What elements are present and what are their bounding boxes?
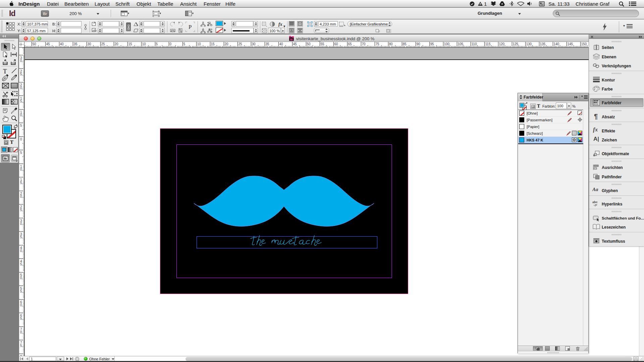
svg-text:80: 80 <box>389 42 393 46</box>
svg-text:0: 0 <box>20 222 22 226</box>
svg-text:75: 75 <box>376 42 380 46</box>
svg-text:145: 145 <box>568 42 573 46</box>
svg-text:0: 0 <box>20 195 22 198</box>
svg-text:55: 55 <box>321 42 325 46</box>
svg-text:25: 25 <box>101 42 105 46</box>
svg-text:110: 110 <box>472 42 477 46</box>
svg-text:0: 0 <box>20 249 22 253</box>
svg-text:20: 20 <box>225 42 229 46</box>
svg-text:95: 95 <box>430 42 434 46</box>
svg-text:15: 15 <box>211 42 215 46</box>
svg-text:0: 0 <box>20 137 22 141</box>
svg-text:5: 5 <box>20 124 22 127</box>
svg-text:0: 0 <box>20 113 22 117</box>
svg-text:50: 50 <box>307 42 311 46</box>
svg-text:140: 140 <box>554 42 559 46</box>
svg-text:5: 5 <box>20 290 22 293</box>
svg-text:10: 10 <box>197 42 201 46</box>
svg-text:60: 60 <box>334 42 338 46</box>
svg-text:135: 135 <box>540 42 546 46</box>
svg-text:90: 90 <box>417 42 421 46</box>
svg-text:10: 10 <box>142 42 146 46</box>
svg-text:105: 105 <box>458 42 464 46</box>
svg-text:5: 5 <box>20 100 22 103</box>
svg-text:0: 0 <box>20 168 22 171</box>
svg-text:0: 0 <box>20 276 22 280</box>
svg-text:5: 5 <box>20 181 22 185</box>
svg-text:abc: abc <box>592 200 598 204</box>
svg-text:Id: Id <box>290 38 292 41</box>
svg-text:30: 30 <box>88 42 92 46</box>
svg-text:5: 5 <box>20 344 22 348</box>
svg-text:115: 115 <box>485 42 491 46</box>
svg-text:130: 130 <box>526 42 532 46</box>
svg-text:0: 0 <box>20 59 22 63</box>
svg-text:35: 35 <box>74 42 78 46</box>
svg-text:5: 5 <box>20 72 22 76</box>
svg-text:5: 5 <box>20 262 22 266</box>
svg-text:45: 45 <box>46 42 50 46</box>
svg-text:65: 65 <box>348 42 352 46</box>
svg-text:5: 5 <box>20 235 22 239</box>
svg-text:120: 120 <box>499 42 505 46</box>
svg-text:5: 5 <box>183 42 185 46</box>
svg-text:70: 70 <box>362 42 366 46</box>
svg-text:20: 20 <box>115 42 119 46</box>
svg-text:5: 5 <box>20 151 22 155</box>
svg-text:85: 85 <box>403 42 407 46</box>
svg-text:5: 5 <box>156 42 158 46</box>
svg-text:P: P <box>189 24 192 30</box>
svg-text:40: 40 <box>279 42 283 46</box>
svg-text:50: 50 <box>33 42 37 46</box>
svg-text:5: 5 <box>20 317 22 320</box>
svg-text:30: 30 <box>252 42 256 46</box>
svg-text:40: 40 <box>60 42 64 46</box>
svg-text:15: 15 <box>128 42 132 46</box>
svg-text:35: 35 <box>266 42 270 46</box>
svg-text:0: 0 <box>170 42 172 46</box>
svg-text:150: 150 <box>581 42 587 46</box>
svg-text:45: 45 <box>293 42 297 46</box>
svg-text:25: 25 <box>238 42 243 46</box>
svg-text:0: 0 <box>20 303 22 307</box>
svg-text:0: 0 <box>20 86 22 90</box>
svg-text:100: 100 <box>444 42 450 46</box>
svg-text:5: 5 <box>20 208 22 212</box>
svg-text:125: 125 <box>513 42 519 46</box>
svg-text:0: 0 <box>20 330 22 334</box>
